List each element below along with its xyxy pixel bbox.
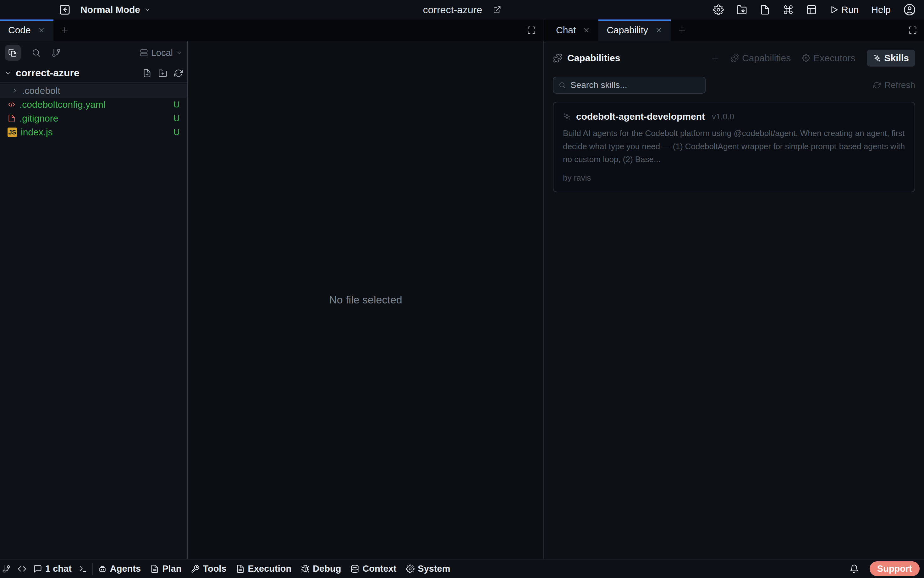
add-tab-button[interactable] bbox=[671, 19, 693, 41]
chevron-down-icon bbox=[144, 6, 151, 13]
support-button[interactable]: Support bbox=[870, 561, 919, 576]
settings-button[interactable] bbox=[713, 5, 724, 15]
refresh-tree-button[interactable] bbox=[174, 69, 183, 78]
file-icon bbox=[760, 5, 770, 15]
command-icon bbox=[783, 5, 794, 15]
skill-author: by ravis bbox=[563, 173, 905, 183]
gear-icon bbox=[713, 5, 724, 15]
add-tab-button[interactable] bbox=[54, 19, 76, 41]
tab-code[interactable]: Code bbox=[0, 19, 54, 41]
project-settings-button[interactable] bbox=[736, 5, 747, 15]
tab-bar: Code Chat Capability bbox=[0, 19, 924, 41]
item-label: Context bbox=[362, 563, 396, 574]
chat-count-button[interactable]: 1 chat bbox=[33, 563, 72, 574]
git-status-badge: U bbox=[174, 114, 180, 123]
chevron-right-icon bbox=[11, 87, 18, 94]
close-icon[interactable] bbox=[38, 26, 45, 34]
user-avatar-button[interactable] bbox=[903, 3, 916, 16]
chat-bubble-icon bbox=[33, 565, 42, 573]
git-branch-button[interactable] bbox=[2, 565, 11, 573]
statusbar-item-tools[interactable]: Tools bbox=[191, 563, 226, 574]
tab-label: Chat bbox=[556, 25, 576, 36]
item-label: Plan bbox=[162, 563, 181, 574]
notifications-button[interactable] bbox=[849, 564, 859, 573]
tree-item-gitignore[interactable]: .gitignore U bbox=[0, 112, 187, 125]
statusbar-item-execution[interactable]: Execution bbox=[236, 563, 292, 574]
statusbar-item-system[interactable]: System bbox=[406, 563, 450, 574]
code-file-icon bbox=[8, 101, 16, 109]
file-tree: correct-azure .codebolt .codeboltconfig.… bbox=[0, 65, 187, 139]
statusbar-item-plan[interactable]: Plan bbox=[150, 563, 181, 574]
statusbar-item-debug[interactable]: Debug bbox=[301, 563, 341, 574]
code-icon bbox=[18, 565, 26, 573]
new-folder-button[interactable] bbox=[158, 69, 167, 78]
explorer-toolbar: Local bbox=[0, 41, 187, 65]
tree-item-codeboltconfig[interactable]: .codeboltconfig.yaml U bbox=[0, 98, 187, 112]
expand-left-pane-button[interactable] bbox=[520, 19, 543, 41]
location-label: Local bbox=[151, 48, 173, 58]
help-label: Help bbox=[871, 5, 891, 15]
skill-name: codebolt-agent-development bbox=[576, 111, 705, 122]
location-selector[interactable]: Local bbox=[140, 48, 182, 58]
chevron-down-icon bbox=[5, 70, 12, 77]
code-view-button[interactable] bbox=[18, 565, 26, 573]
skill-card[interactable]: codebolt-agent-development v1.0.0 Build … bbox=[553, 102, 915, 192]
tab-chat[interactable]: Chat bbox=[548, 19, 599, 41]
run-label: Run bbox=[841, 5, 859, 15]
divider bbox=[93, 563, 93, 575]
git-branch-icon bbox=[2, 565, 11, 573]
source-control-button[interactable] bbox=[52, 48, 61, 57]
new-file-button[interactable] bbox=[760, 5, 770, 15]
layout-button[interactable] bbox=[806, 5, 817, 15]
chevron-down-icon bbox=[176, 50, 182, 56]
tab-skills[interactable]: Skills bbox=[867, 50, 915, 67]
tab-executors[interactable]: Executors bbox=[802, 53, 855, 63]
refresh-skills-button[interactable]: Refresh bbox=[873, 80, 915, 90]
add-capability-button[interactable] bbox=[711, 54, 719, 63]
support-label: Support bbox=[877, 563, 912, 574]
statusbar-item-context[interactable]: Context bbox=[350, 563, 396, 574]
javascript-file-icon: JS bbox=[8, 128, 17, 137]
tab-capability[interactable]: Capability bbox=[599, 19, 671, 41]
puzzle-icon bbox=[731, 54, 739, 62]
gear-icon bbox=[406, 565, 415, 573]
collapse-panel-button[interactable] bbox=[59, 3, 71, 16]
new-file-button[interactable] bbox=[143, 69, 151, 78]
tree-item-indexjs[interactable]: JS index.js U bbox=[0, 125, 187, 139]
tree-item-codebolt-folder[interactable]: .codebolt bbox=[0, 84, 187, 98]
expand-right-pane-button[interactable] bbox=[901, 19, 924, 41]
close-icon[interactable] bbox=[655, 26, 662, 34]
puzzle-icon bbox=[553, 54, 562, 63]
files-icon bbox=[8, 48, 18, 57]
open-external-button[interactable] bbox=[493, 6, 501, 14]
sparkles-icon bbox=[563, 112, 571, 121]
refresh-icon bbox=[873, 81, 881, 89]
search-box bbox=[553, 77, 706, 94]
tab-label: Skills bbox=[884, 53, 909, 63]
panel-back-icon bbox=[59, 3, 71, 16]
item-label: Execution bbox=[248, 563, 292, 574]
help-button[interactable]: Help bbox=[871, 5, 891, 15]
close-icon[interactable] bbox=[583, 26, 590, 34]
plus-icon bbox=[60, 26, 69, 34]
item-label: Agents bbox=[110, 563, 141, 574]
skill-description: Build AI agents for the Codebolt platfor… bbox=[563, 127, 905, 166]
search-skills-input[interactable] bbox=[571, 80, 700, 90]
mode-selector[interactable]: Normal Mode bbox=[80, 5, 151, 15]
search-view-button[interactable] bbox=[31, 48, 41, 57]
run-button[interactable]: Run bbox=[830, 5, 859, 15]
file-name: .codeboltconfig.yaml bbox=[20, 99, 106, 110]
terminal-button[interactable] bbox=[78, 565, 87, 573]
git-status-badge: U bbox=[174, 127, 180, 137]
git-branch-icon bbox=[52, 48, 61, 57]
tab-capabilities[interactable]: Capabilities bbox=[731, 53, 791, 63]
command-palette-button[interactable] bbox=[783, 5, 794, 15]
files-view-button[interactable] bbox=[5, 45, 21, 61]
robot-icon bbox=[98, 565, 107, 573]
file-text-icon bbox=[150, 565, 159, 573]
database-icon bbox=[350, 565, 359, 573]
tree-root-header[interactable]: correct-azure bbox=[0, 65, 187, 83]
file-text-icon bbox=[236, 565, 245, 573]
wrench-icon bbox=[191, 565, 200, 573]
statusbar-item-agents[interactable]: Agents bbox=[98, 563, 141, 574]
